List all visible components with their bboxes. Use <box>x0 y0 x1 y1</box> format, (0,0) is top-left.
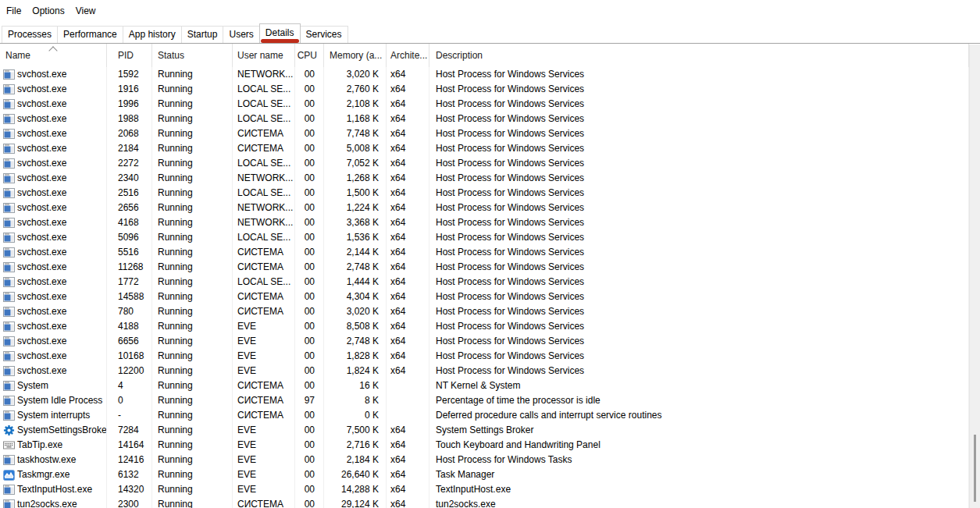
cell-pid: 2656 <box>107 201 152 215</box>
cell-user: СИСТЕМА <box>233 408 295 423</box>
table-row[interactable]: svchost.exe1592RunningNETWORK...003,020 … <box>0 67 969 82</box>
cell-name: svchost.exe <box>0 290 107 304</box>
table-row[interactable]: svchost.exe4188RunningEVE008,508 Kx64Hos… <box>0 319 969 334</box>
vertical-scrollbar[interactable] <box>969 44 980 508</box>
cell-mem: 1,536 K <box>324 230 387 245</box>
cell-desc: Host Process for Windows Services <box>429 97 969 112</box>
table-row[interactable]: svchost.exe2068RunningСИСТЕМА007,748 Kx6… <box>0 126 969 141</box>
app-window-icon <box>3 321 15 332</box>
cell-desc: Task Manager <box>429 467 969 482</box>
table-row[interactable]: svchost.exe6656RunningEVE002,748 Kx64Hos… <box>0 334 969 349</box>
cell-desc: Host Process for Windows Tasks <box>429 453 969 467</box>
table-row[interactable]: svchost.exe1988RunningLOCAL SE...001,168… <box>0 112 969 126</box>
table-row[interactable]: SystemSettingsBroke...7284RunningEVE007,… <box>0 423 969 438</box>
cell-desc: TextInputHost.exe <box>429 482 969 497</box>
cell-pid: 1916 <box>107 82 152 97</box>
cell-pid: 6656 <box>107 334 152 349</box>
cell-pid: 780 <box>107 304 152 319</box>
cell-status: Running <box>152 245 233 260</box>
cell-cpu: 00 <box>295 482 324 497</box>
process-name: svchost.exe <box>17 186 66 201</box>
app-window-icon <box>3 114 15 124</box>
cell-status: Running <box>152 453 233 467</box>
table-row[interactable]: svchost.exe1772RunningLOCAL SE...001,444… <box>0 275 969 290</box>
table-row[interactable]: TabTip.exe14164RunningEVE002,716 Kx64Tou… <box>0 438 969 453</box>
process-name: svchost.exe <box>17 334 66 349</box>
menu-item-file[interactable]: File <box>1 3 27 19</box>
table-row[interactable]: System interrupts-RunningСИСТЕМА000 KDef… <box>0 408 969 423</box>
table-row[interactable]: System4RunningСИСТЕМА0016 KNT Kernel & S… <box>0 378 969 393</box>
cell-mem: 1,824 K <box>324 364 387 378</box>
menu-item-options[interactable]: Options <box>27 3 69 19</box>
table-row[interactable]: svchost.exe2656RunningNETWORK...001,224 … <box>0 201 969 215</box>
tab-processes[interactable]: Processes <box>2 26 58 43</box>
table-row[interactable]: tun2socks.exe2300RunningСИСТЕМА0029,124 … <box>0 497 969 508</box>
cell-cpu: 00 <box>295 304 324 319</box>
cell-user: EVE <box>233 364 295 378</box>
cell-arch: x64 <box>387 245 429 260</box>
table-row[interactable]: svchost.exe4168RunningNETWORK...003,368 … <box>0 215 969 230</box>
cell-pid: 4 <box>107 378 152 393</box>
table-row[interactable]: svchost.exe10168RunningEVE001,828 Kx64Ho… <box>0 349 969 364</box>
tab-app-history[interactable]: App history <box>123 26 182 43</box>
cell-name: svchost.exe <box>0 112 107 126</box>
cell-cpu: 00 <box>295 156 324 171</box>
table-row[interactable]: TextInputHost.exe14320RunningEVE0014,288… <box>0 482 969 497</box>
tab-users[interactable]: Users <box>223 26 259 43</box>
cell-mem: 2,748 K <box>324 260 387 275</box>
process-name: svchost.exe <box>17 112 66 126</box>
table-row[interactable]: svchost.exe12200RunningEVE001,824 Kx64Ho… <box>0 364 969 378</box>
process-name: svchost.exe <box>17 67 66 82</box>
app-window-icon <box>3 307 15 317</box>
cell-cpu: 00 <box>295 423 324 438</box>
cell-pid: 0 <box>107 393 152 408</box>
cell-status: Running <box>152 126 233 141</box>
table-row[interactable]: svchost.exe14588RunningСИСТЕМА004,304 Kx… <box>0 290 969 304</box>
cell-desc: NT Kernel & System <box>429 378 969 393</box>
cell-user: СИСТЕМА <box>233 378 295 393</box>
cell-cpu: 00 <box>295 467 324 482</box>
table-row[interactable]: svchost.exe5516RunningСИСТЕМА002,144 Kx6… <box>0 245 969 260</box>
tab-services[interactable]: Services <box>300 26 348 43</box>
cell-pid: 11268 <box>107 260 152 275</box>
cell-name: tun2socks.exe <box>0 497 107 508</box>
table-row[interactable]: svchost.exe2184RunningСИСТЕМА005,008 Kx6… <box>0 141 969 156</box>
table-row[interactable]: svchost.exe2272RunningLOCAL SE...007,052… <box>0 156 969 171</box>
scrollbar-thumb[interactable] <box>974 435 976 502</box>
column-header-pid[interactable]: PID <box>107 44 152 67</box>
tab-performance[interactable]: Performance <box>57 26 123 43</box>
process-name: svchost.exe <box>17 364 66 378</box>
column-header-status[interactable]: Status <box>152 44 233 67</box>
app-window-icon <box>3 410 15 421</box>
table-row[interactable]: System Idle Process0RunningСИСТЕМА978 KP… <box>0 393 969 408</box>
column-header-cpu[interactable]: CPU <box>295 44 324 67</box>
table-row[interactable]: svchost.exe11268RunningСИСТЕМА002,748 Kx… <box>0 260 969 275</box>
column-header-user[interactable]: User name <box>233 44 295 67</box>
cell-cpu: 00 <box>295 201 324 215</box>
table-row[interactable]: taskhostw.exe12416RunningEVE002,184 Kx64… <box>0 453 969 467</box>
tab-startup[interactable]: Startup <box>181 26 224 43</box>
table-row[interactable]: svchost.exe2516RunningLOCAL SE...001,500… <box>0 186 969 201</box>
column-header-desc[interactable]: Description <box>429 44 969 67</box>
cell-arch: x64 <box>387 497 429 508</box>
cell-arch <box>387 378 429 393</box>
app-window-icon <box>3 262 15 272</box>
cell-desc: Host Process for Windows Services <box>429 275 969 290</box>
cell-user: LOCAL SE... <box>233 112 295 126</box>
column-header-arch[interactable]: Archite... <box>387 44 429 67</box>
process-name: svchost.exe <box>17 171 66 186</box>
table-row[interactable]: svchost.exe2340RunningNETWORK...001,268 … <box>0 171 969 186</box>
menu-item-view[interactable]: View <box>70 3 102 19</box>
table-row[interactable]: svchost.exe1996RunningLOCAL SE...002,108… <box>0 97 969 112</box>
cell-pid: 2300 <box>107 497 152 508</box>
cell-user: LOCAL SE... <box>233 230 295 245</box>
table-row[interactable]: svchost.exe1916RunningLOCAL SE...002,760… <box>0 82 969 97</box>
table-row[interactable]: svchost.exe780RunningСИСТЕМА003,020 Kx64… <box>0 304 969 319</box>
cell-mem: 7,748 K <box>324 126 387 141</box>
cell-desc: Host Process for Windows Services <box>429 126 969 141</box>
table-row[interactable]: svchost.exe5096RunningLOCAL SE...001,536… <box>0 230 969 245</box>
cell-user: EVE <box>233 319 295 334</box>
cell-user: LOCAL SE... <box>233 82 295 97</box>
column-header-mem[interactable]: Memory (a... <box>324 44 387 67</box>
table-row[interactable]: Taskmgr.exe6132RunningEVE0026,640 Kx64Ta… <box>0 467 969 482</box>
